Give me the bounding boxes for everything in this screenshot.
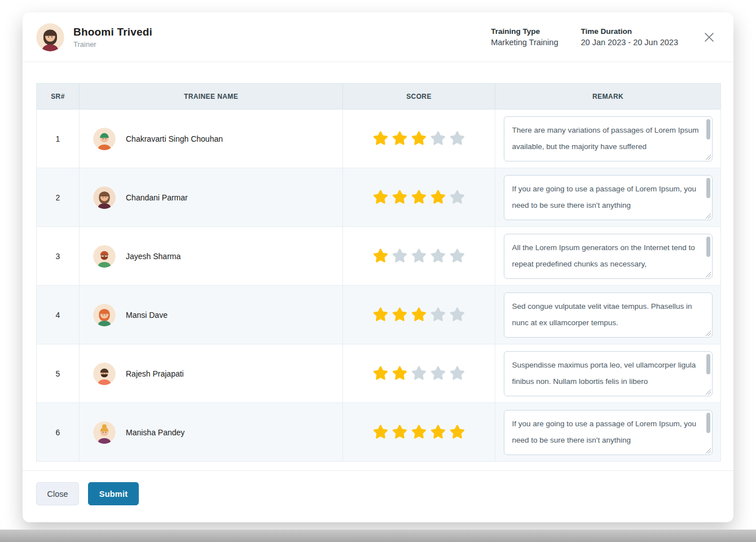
table-row: 5 Rajesh Prajapati Suspendisse maximus p… <box>37 344 721 403</box>
star-rating[interactable] <box>343 248 495 264</box>
remark-textarea[interactable]: There are many variations of passages of… <box>504 116 713 161</box>
resize-handle-icon[interactable] <box>706 448 711 453</box>
table-row: 6 Manisha Pandey If you are going to use… <box>37 403 721 462</box>
sr-number: 2 <box>37 168 80 227</box>
trainee-avatar <box>93 362 116 385</box>
star-rating[interactable] <box>343 307 495 322</box>
training-type-label: Training Type <box>491 27 558 36</box>
header-meta: Training Type Marketing Training Time Du… <box>491 27 718 47</box>
trainee-name: Jayesh Sharma <box>126 252 181 261</box>
remark-textarea[interactable]: Suspendisse maximus porta leo, vel ullam… <box>504 351 713 396</box>
trainer-role: Trainer <box>73 40 152 49</box>
table-header-row: SR# TRAINEE NAME SCORE REMARK <box>37 84 721 110</box>
trainee-cell: Chakravarti Singh Chouhan <box>80 128 342 150</box>
trainee-cell: Mansi Dave <box>80 304 342 326</box>
column-remark: REMARK <box>495 84 721 110</box>
remark-text: If you are going to use a passage of Lor… <box>512 181 701 213</box>
time-duration-label: Time Duration <box>581 27 678 36</box>
star-rating[interactable] <box>343 366 495 381</box>
trainee-cell: Manisha Pandey <box>80 421 342 444</box>
star-rating[interactable] <box>343 425 495 440</box>
trainer-name: Bhoomi Trivedi <box>73 26 152 38</box>
remark-textarea[interactable]: If you are going to use a passage of Lor… <box>504 175 713 220</box>
resize-handle-icon[interactable] <box>706 331 711 336</box>
sr-number: 4 <box>37 286 80 344</box>
resize-handle-icon[interactable] <box>706 155 711 160</box>
scrollbar-thumb[interactable] <box>706 413 710 433</box>
trainee-name: Manisha Pandey <box>126 428 184 437</box>
sr-number: 1 <box>37 110 80 168</box>
trainee-name: Rajesh Prajapati <box>126 369 184 378</box>
remark-text: Sed congue vulputate velit vitae tempus.… <box>512 298 701 331</box>
sr-number: 6 <box>37 403 80 462</box>
trainee-avatar <box>93 421 116 444</box>
trainee-cell: Chandani Parmar <box>80 186 342 209</box>
trainee-name: Chakravarti Singh Chouhan <box>126 134 223 143</box>
training-type-block: Training Type Marketing Training <box>491 27 558 47</box>
table-row: 2 Chandani Parmar If you are going to us… <box>37 168 721 227</box>
modal-footer: Close Submit <box>23 470 733 522</box>
trainer-review-modal: Bhoomi Trivedi Trainer Training Type Mar… <box>23 12 733 522</box>
close-button[interactable]: Close <box>36 482 79 505</box>
trainee-avatar <box>93 245 116 268</box>
column-trainee-name: TRAINEE NAME <box>80 84 343 110</box>
close-icon[interactable] <box>701 29 718 46</box>
trainer-info: Bhoomi Trivedi Trainer <box>36 23 152 51</box>
trainee-name: Chandani Parmar <box>126 193 188 202</box>
trainee-avatar <box>93 304 116 326</box>
modal-body: SR# TRAINEE NAME SCORE REMARK 1 Chakrava… <box>23 62 733 470</box>
sr-number: 5 <box>37 344 80 403</box>
trainee-table: SR# TRAINEE NAME SCORE REMARK 1 Chakrava… <box>36 83 721 462</box>
resize-handle-icon[interactable] <box>706 213 711 218</box>
trainer-avatar <box>36 23 64 51</box>
submit-button[interactable]: Submit <box>88 482 139 505</box>
scrollbar-thumb[interactable] <box>706 354 710 374</box>
trainee-cell: Jayesh Sharma <box>80 245 342 268</box>
column-score: SCORE <box>343 84 495 110</box>
resize-handle-icon[interactable] <box>706 272 711 277</box>
scrollbar-thumb[interactable] <box>706 178 710 198</box>
remark-text: Suspendisse maximus porta leo, vel ullam… <box>512 357 701 390</box>
time-duration-block: Time Duration 20 Jan 2023 - 20 Jun 2023 <box>581 27 678 47</box>
modal-header: Bhoomi Trivedi Trainer Training Type Mar… <box>23 12 733 62</box>
table-row: 3 Jayesh Sharma All the Lorem Ipsum gene… <box>37 227 721 286</box>
remark-text: If you are going to use a passage of Lor… <box>512 416 701 448</box>
column-sr: SR# <box>37 84 80 110</box>
trainer-text: Bhoomi Trivedi Trainer <box>73 26 152 49</box>
remark-textarea[interactable]: All the Lorem Ipsum generators on the In… <box>504 234 713 279</box>
sr-number: 3 <box>37 227 80 286</box>
scrollbar-thumb[interactable] <box>706 119 710 139</box>
trainee-avatar <box>93 186 116 209</box>
trainee-avatar <box>93 128 116 150</box>
trainee-name: Mansi Dave <box>126 311 168 320</box>
table-row: 1 Chakravarti Singh Chouhan There are ma… <box>37 110 721 168</box>
remark-textarea[interactable]: If you are going to use a passage of Lor… <box>504 410 713 455</box>
remark-text: All the Lorem Ipsum generators on the In… <box>512 239 701 272</box>
training-type-value: Marketing Training <box>491 38 558 47</box>
page-background-strip <box>0 530 756 542</box>
star-rating[interactable] <box>343 190 495 205</box>
time-duration-value: 20 Jan 2023 - 20 Jun 2023 <box>581 38 678 47</box>
remark-text: There are many variations of passages of… <box>512 122 701 155</box>
scrollbar-thumb[interactable] <box>706 237 710 257</box>
table-row: 4 Mansi Dave Sed congue vulputate velit … <box>37 286 721 344</box>
resize-handle-icon[interactable] <box>706 390 711 395</box>
remark-textarea[interactable]: Sed congue vulputate velit vitae tempus.… <box>504 292 713 338</box>
star-rating[interactable] <box>343 131 495 146</box>
trainee-cell: Rajesh Prajapati <box>80 362 342 385</box>
